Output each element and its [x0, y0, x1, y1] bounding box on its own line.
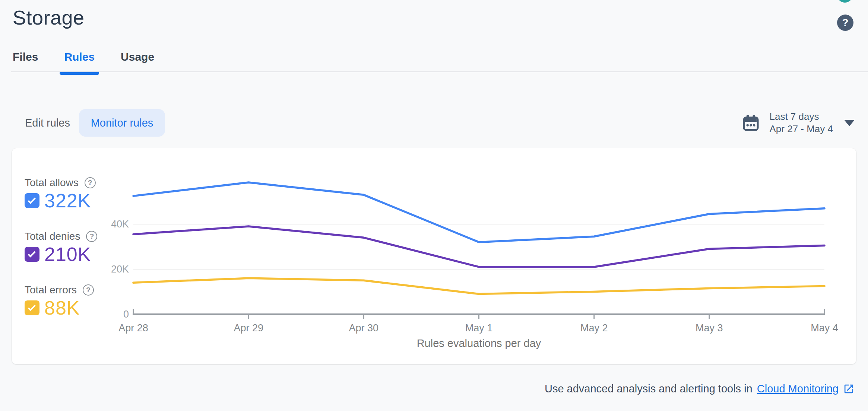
svg-text:Apr 28: Apr 28 [118, 322, 148, 334]
svg-text:May 2: May 2 [580, 322, 608, 334]
external-link-icon[interactable] [843, 383, 855, 395]
monitor-rules-button[interactable]: Monitor rules [79, 109, 165, 137]
calendar-icon [742, 114, 760, 132]
cropped-avatar-icon[interactable] [837, 0, 853, 3]
legend-value: 88K [44, 297, 80, 319]
tab-rules[interactable]: Rules [64, 51, 95, 73]
date-range-dates: Apr 27 - May 4 [769, 123, 833, 135]
help-icon[interactable]: ? [837, 15, 853, 31]
legend-value: 322K [44, 189, 91, 212]
svg-text:May 4: May 4 [811, 322, 838, 334]
svg-text:May 3: May 3 [696, 322, 723, 334]
storage-rules-monitor-page: { "header": { "title": "Storage", "help_… [0, 0, 868, 411]
date-range-text: Last 7 days Apr 27 - May 4 [769, 111, 833, 135]
date-range-selector[interactable]: Last 7 days Apr 27 - May 4 [742, 109, 855, 137]
checkmark-icon [28, 196, 36, 204]
rules-evaluation-card: 020K40KApr 28Apr 29Apr 30May 1May 2May 3… [12, 148, 856, 364]
tab-bar: Files Rules Usage [13, 51, 154, 73]
legend-label: Total errors [25, 284, 77, 296]
svg-text:40K: 40K [111, 219, 129, 230]
legend-label: Total denies [25, 230, 80, 242]
tab-usage[interactable]: Usage [121, 51, 154, 73]
controls-row: Edit rules Monitor rules Last 7 days Apr… [0, 109, 868, 137]
svg-text:Rules evaluations per day: Rules evaluations per day [417, 337, 541, 349]
checkmark-icon [28, 303, 36, 311]
svg-text:May 1: May 1 [465, 322, 493, 334]
svg-text:20K: 20K [111, 264, 129, 275]
cloud-monitoring-link[interactable]: Cloud Monitoring [757, 383, 839, 395]
date-range-preset: Last 7 days [769, 111, 833, 123]
tab-files[interactable]: Files [13, 51, 38, 73]
legend-item-total-errors: Total errors ? 88K [25, 284, 133, 316]
help-icon[interactable]: ? [85, 177, 96, 188]
legend-item-total-allows: Total allows ? 322K [25, 176, 133, 209]
legend-label: Total allows [25, 177, 79, 189]
legend-checkbox-denies[interactable] [25, 247, 39, 262]
cloud-monitoring-footer: Use advanced analysis and alerting tools… [545, 383, 855, 395]
rules-evaluations-chart: 020K40KApr 28Apr 29Apr 30May 1May 2May 3… [12, 148, 856, 364]
tab-divider [11, 71, 868, 72]
legend-item-total-denies: Total denies ? 210K [25, 230, 133, 262]
checkmark-icon [28, 249, 36, 257]
tab-rules-label: Rules [64, 51, 95, 63]
legend-checkbox-allows[interactable] [25, 193, 39, 208]
svg-text:Apr 30: Apr 30 [349, 322, 379, 334]
footer-text: Use advanced analysis and alerting tools… [545, 383, 753, 395]
help-icon[interactable]: ? [86, 231, 97, 242]
help-icon[interactable]: ? [83, 284, 94, 296]
edit-rules-button[interactable]: Edit rules [25, 109, 70, 137]
legend-value: 210K [44, 243, 91, 265]
page-title: Storage [13, 6, 85, 29]
legend-checkbox-errors[interactable] [25, 300, 39, 315]
svg-text:Apr 29: Apr 29 [234, 322, 263, 334]
dropdown-arrow-icon [844, 120, 855, 126]
